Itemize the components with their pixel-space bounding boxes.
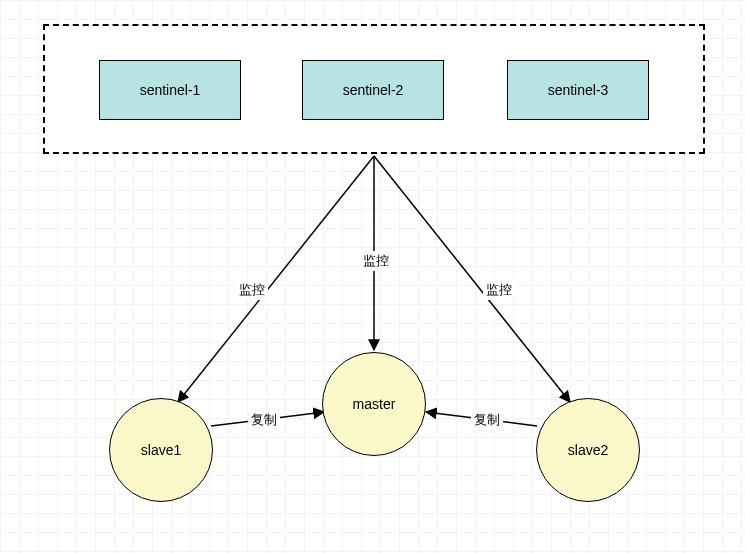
master-node: master bbox=[322, 352, 426, 456]
edge-label-replicate-right: 复制 bbox=[471, 410, 503, 430]
slave2-node: slave2 bbox=[536, 398, 640, 502]
slave1-node: slave1 bbox=[109, 398, 213, 502]
edge-label-monitor-right: 监控 bbox=[483, 280, 515, 300]
edge-label-replicate-left: 复制 bbox=[248, 410, 280, 430]
node-label: slave2 bbox=[568, 442, 608, 458]
node-label: master bbox=[353, 396, 396, 412]
architecture-diagram: sentinel-1 sentinel-2 sentinel-3 监控 监控 监… bbox=[0, 0, 745, 553]
node-label: slave1 bbox=[141, 442, 181, 458]
edge-label-monitor-mid: 监控 bbox=[360, 251, 392, 271]
edge-label-monitor-left: 监控 bbox=[236, 280, 268, 300]
